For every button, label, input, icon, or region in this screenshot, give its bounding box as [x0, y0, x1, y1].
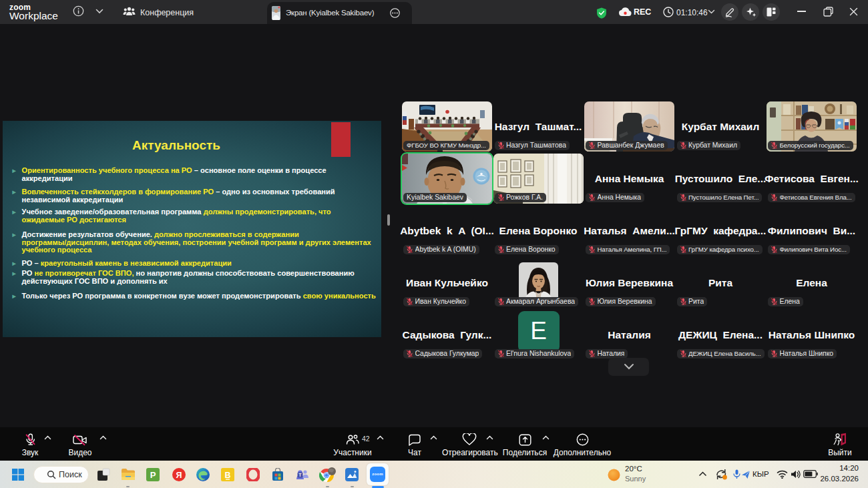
svg-text:P: P [150, 470, 156, 480]
svg-text:B: B [224, 471, 230, 480]
svg-text:Я: Я [176, 471, 182, 480]
svg-text:T: T [298, 473, 302, 477]
